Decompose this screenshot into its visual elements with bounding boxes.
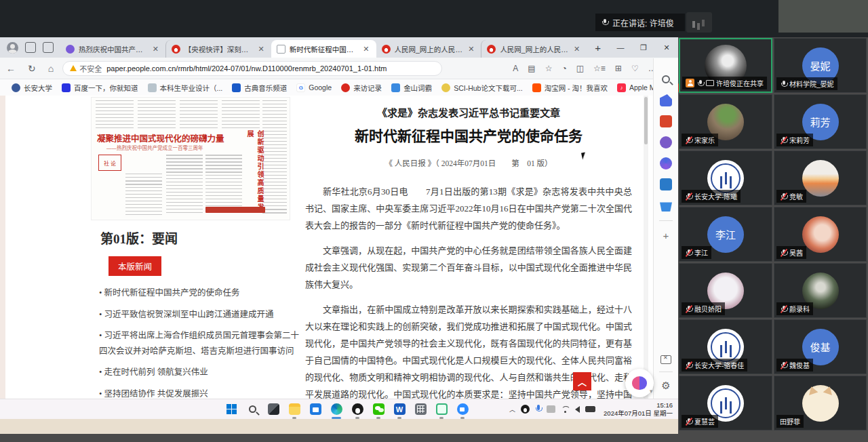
- sidebar-games-icon[interactable]: [660, 157, 672, 169]
- sidebar-search-icon[interactable]: [662, 75, 670, 83]
- bookmark-google[interactable]: GGoogle: [292, 83, 336, 92]
- mic-muted-icon: [685, 193, 692, 201]
- sidebar-shopping-icon[interactable]: [660, 199, 672, 212]
- tab-close-icon[interactable]: ✕: [361, 45, 370, 54]
- close-button[interactable]: ✕: [655, 37, 678, 58]
- wifi-icon[interactable]: [561, 406, 570, 413]
- taskbar-search-icon[interactable]: [245, 402, 260, 417]
- article-link[interactable]: 新时代新征程中国共产党的使命任务: [99, 285, 302, 301]
- sidebar-tag-icon[interactable]: [660, 94, 672, 106]
- bookmark-taobao[interactable]: 淘宝网 - 淘！我喜欢: [528, 83, 612, 93]
- participant-tile[interactable]: 吴茜: [774, 207, 867, 262]
- read-aloud-icon[interactable]: A: [508, 64, 523, 73]
- bookmark-classical-music[interactable]: 古典音乐频道: [227, 83, 292, 93]
- tab-5[interactable]: 人民网_网上的人民日报 ✕: [481, 40, 587, 58]
- tab-close-icon[interactable]: ✕: [151, 45, 160, 54]
- bookmark-favicon: [441, 83, 450, 92]
- calculator-icon[interactable]: [413, 402, 428, 417]
- bookmark-thesis[interactable]: 本科生毕业设计（...: [143, 83, 228, 93]
- collections-icon[interactable]: ⊞: [610, 64, 627, 73]
- browser-profile-icon[interactable]: [7, 42, 18, 54]
- participant-tile[interactable]: 晏妮 材料学院_晏妮: [774, 38, 867, 93]
- qq-icon[interactable]: [350, 402, 365, 417]
- participant-tile[interactable]: 颜录科: [774, 263, 867, 318]
- article-link[interactable]: 走在时代前列 领航复兴伟业: [99, 365, 302, 380]
- screen-share-icon[interactable]: [434, 402, 449, 417]
- split-screen-icon[interactable]: ◫: [572, 64, 589, 73]
- sidebar-people-icon[interactable]: [660, 136, 672, 148]
- participant-tile-host[interactable]: 许培俊正在共享: [679, 38, 772, 93]
- tab-close-icon[interactable]: ✕: [256, 45, 265, 54]
- participant-tile[interactable]: 夏慧芸: [679, 376, 772, 430]
- newspaper-front-page-image[interactable]: 凝聚推进中国式现代化的磅礴力量 ——热烈庆祝中国共产党成立一百零三周年 社 论 …: [91, 97, 290, 220]
- sidebar-add-icon[interactable]: +: [663, 230, 669, 241]
- article-link[interactable]: 习近平将出席上海合作组织成员国元首理事会第二十四次会议并对哈萨克斯坦、塔吉克斯坦…: [99, 328, 302, 359]
- sidebar-camera-icon[interactable]: [660, 178, 672, 190]
- word-icon[interactable]: W: [392, 402, 407, 417]
- favorites-list-icon[interactable]: ☆≡: [589, 64, 610, 73]
- participant-tile[interactable]: 长安大学-骆春佳: [679, 319, 772, 374]
- participant-tile[interactable]: 长安大学-陈曦: [679, 150, 772, 205]
- participant-tile[interactable]: 田野菲: [774, 376, 867, 430]
- bookmark-scihub[interactable]: SCI-Hub论文下载可...: [437, 83, 528, 93]
- home-button[interactable]: ⌂: [42, 63, 60, 74]
- back-button[interactable]: ←: [0, 63, 22, 74]
- bookmark-changan[interactable]: 长安大学: [7, 83, 57, 93]
- tencent-meeting-icon[interactable]: [455, 402, 470, 417]
- article-link[interactable]: 习近平致信祝贺深圳至中山跨江通道建成开通: [99, 307, 302, 323]
- reading-mode-icon[interactable]: ▤: [523, 64, 540, 73]
- section-news-button[interactable]: 本版新闻: [108, 256, 161, 276]
- tray-ime-icon[interactable]: [547, 405, 555, 413]
- sidebar-toolbox-icon[interactable]: [660, 115, 672, 127]
- article-link[interactable]: 坚持团结协作 共促发展振兴: [99, 386, 302, 399]
- participant-tile[interactable]: 莉芳 宋莉芳: [774, 94, 867, 149]
- speaking-indicator-label: 正在讲话: 许培俊: [612, 17, 674, 28]
- participant-name: 李江: [694, 247, 708, 258]
- rewards-icon[interactable]: ◔: [557, 64, 571, 73]
- participant-tile[interactable]: 宋家乐: [679, 94, 772, 149]
- battery-icon[interactable]: [585, 406, 595, 412]
- wechat-icon[interactable]: [371, 402, 386, 417]
- tab-4[interactable]: 人民网_网上的人民日报 ✕: [376, 40, 481, 58]
- file-explorer-icon[interactable]: [287, 402, 302, 417]
- bookmark-visit-log[interactable]: 来访记录: [336, 83, 387, 93]
- tab-close-icon[interactable]: ✕: [467, 45, 475, 54]
- topbar-corner-patch: [778, 0, 868, 33]
- workspaces-icon[interactable]: [25, 42, 36, 53]
- tab-label: 人民网_网上的人民日报: [500, 44, 568, 54]
- browser-essentials-icon[interactable]: ♡: [627, 64, 644, 73]
- screenshot-tool-icon[interactable]: [660, 355, 671, 364]
- task-view-icon[interactable]: [266, 402, 281, 417]
- assistant-caret-icon[interactable]: ▾: [650, 388, 653, 395]
- volume-icon[interactable]: [575, 406, 580, 413]
- security-warning-icon[interactable]: 不安全: [70, 63, 102, 74]
- participant-tile[interactable]: 融贝娇阳: [679, 263, 772, 318]
- tab-close-icon[interactable]: ✕: [572, 45, 581, 54]
- scrollbar-thumb[interactable]: [644, 97, 648, 144]
- taskbar-clock[interactable]: 15:16 2024年07月01日 星期一: [601, 401, 673, 418]
- tray-mic-icon[interactable]: [535, 405, 541, 414]
- edge-icon[interactable]: [329, 402, 344, 417]
- restore-button[interactable]: ❐: [632, 37, 655, 58]
- refresh-button[interactable]: ↻: [22, 63, 42, 74]
- favorite-star-icon[interactable]: ☆: [540, 64, 557, 73]
- tray-chevron-icon[interactable]: ︿: [509, 405, 515, 414]
- tray-qq-icon[interactable]: [521, 405, 530, 414]
- participant-tile[interactable]: 俊基 魏俊基: [774, 319, 867, 374]
- participant-tile[interactable]: 李江 李江: [679, 207, 772, 262]
- tab-2[interactable]: 【央视快评】深刻把握新时代… ✕: [165, 40, 271, 58]
- start-button[interactable]: [224, 402, 239, 417]
- participant-tile[interactable]: 竞敏: [774, 150, 867, 205]
- microsoft-store-icon[interactable]: [308, 402, 323, 417]
- new-tab-button[interactable]: +: [587, 42, 609, 54]
- tab-1[interactable]: 热烈庆祝中国共产党成立103周… ✕: [60, 40, 165, 58]
- page-scrollbar[interactable]: [644, 96, 648, 399]
- bookmark-baidu[interactable]: 百度一下，你就知道: [57, 83, 143, 93]
- tab-3-active[interactable]: 新时代新征程中国共产党的使命… ✕: [271, 40, 376, 58]
- back-to-top-button[interactable]: ︿: [573, 372, 591, 390]
- minimize-button[interactable]: —: [609, 37, 632, 58]
- tab-actions-icon[interactable]: [43, 42, 54, 53]
- bookmark-iciba[interactable]: 金山词霸: [387, 83, 437, 93]
- sidebar-settings-icon[interactable]: ⚙: [661, 380, 670, 392]
- address-bar[interactable]: 不安全 paper.people.com.cn/rmrb/html/2024-0…: [62, 61, 442, 76]
